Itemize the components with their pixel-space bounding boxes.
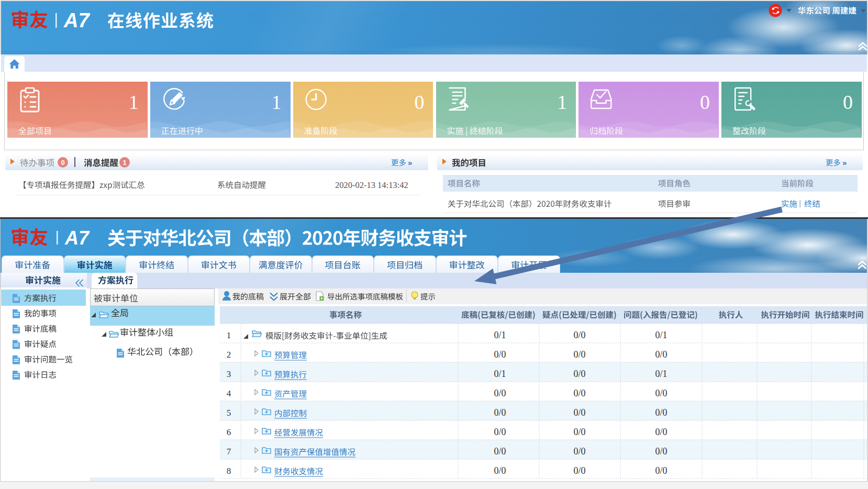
svg-text:2020-02-13 14:13:42: 2020-02-13 14:13:42 (335, 180, 408, 190)
